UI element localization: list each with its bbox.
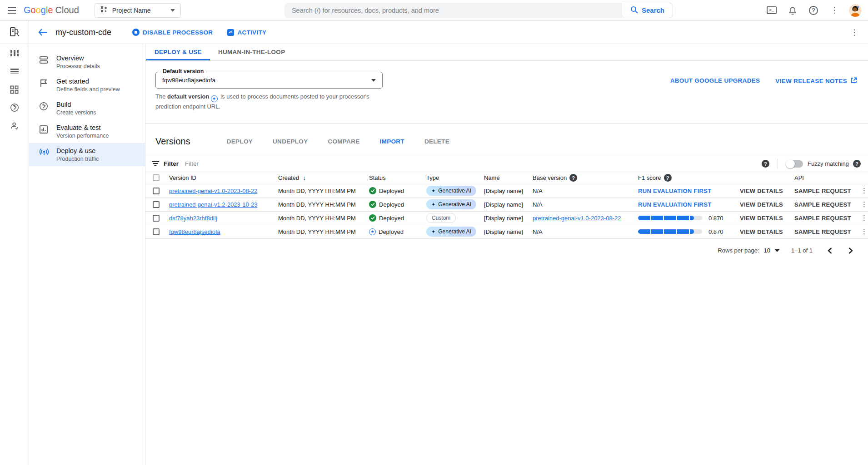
sample-request-button[interactable]: SAMPLE REQUEST [794, 201, 851, 208]
rows-per-page-select[interactable]: Rows per page: 10 [718, 247, 779, 254]
tab-human-in-the-loop[interactable]: HUMAN-IN-THE-LOOP [210, 44, 294, 60]
tab-deploy-and-use[interactable]: DEPLOY & USE [146, 44, 210, 60]
undeploy-button[interactable]: UNDEPLOY [269, 135, 311, 148]
row-checkbox[interactable] [153, 228, 160, 235]
sample-request-button[interactable]: SAMPLE REQUEST [794, 215, 851, 222]
row-checkbox[interactable] [153, 188, 160, 194]
f1-score-cell: 0.870 [638, 215, 736, 222]
rail-workbench-icon[interactable] [0, 80, 29, 99]
import-button[interactable]: IMPORT [376, 135, 408, 148]
user-avatar[interactable] [849, 4, 862, 17]
project-name-label: Project Name [112, 7, 166, 14]
filter-input[interactable]: Filter [185, 160, 762, 167]
sidebar-item-get-started[interactable]: Get started Define fields and preview [29, 74, 145, 97]
row-checkbox[interactable] [153, 215, 160, 222]
type-label: Generative AI [438, 188, 471, 194]
header-more-options-icon[interactable]: ⋮ [849, 27, 860, 38]
row-more-options-icon[interactable]: ⋮ [859, 214, 868, 222]
filter-help-icon[interactable]: ? [762, 160, 769, 168]
search-box[interactable] [284, 3, 622, 18]
base-version-help-icon[interactable]: ? [569, 174, 577, 182]
view-details-button[interactable]: VIEW DETAILS [740, 228, 783, 235]
activity-icon [227, 29, 234, 36]
sidebar-item-label: Evaluate & test [56, 124, 109, 131]
deploy-button[interactable]: DEPLOY [223, 135, 256, 148]
default-version-select[interactable]: Default version fqw98eur8ajsediofa [155, 72, 383, 89]
search-button[interactable]: Search [622, 3, 673, 18]
compare-button[interactable]: COMPARE [324, 135, 363, 148]
default-version-label: Default version [160, 68, 206, 74]
delete-button[interactable]: DELETE [421, 135, 453, 148]
toggle-knob [786, 159, 795, 168]
name-cell: [Display name] [480, 188, 529, 194]
view-details-button[interactable]: VIEW DETAILS [740, 188, 783, 194]
logo-letter: o [31, 5, 36, 15]
row-checkbox[interactable] [153, 201, 160, 208]
select-all-checkbox[interactable] [153, 174, 160, 181]
column-created[interactable]: Created↓ [274, 174, 365, 182]
f1-help-icon[interactable]: ? [664, 174, 672, 182]
row-more-options-icon[interactable]: ⋮ [859, 200, 868, 208]
notifications-bell-icon[interactable] [787, 5, 798, 16]
rail-dashboard-icon[interactable] [0, 44, 29, 62]
version-id-link[interactable]: pretrained-genai-v1.0-2023-08-22 [169, 188, 257, 194]
activity-button[interactable]: ACTIVITY [222, 26, 272, 39]
run-evaluation-first-link[interactable]: RUN EVALUATION FIRST [638, 188, 712, 194]
rail-admin-icon[interactable] [0, 117, 29, 135]
version-id-link[interactable]: dsf78yah23rhf8dilj [169, 215, 217, 222]
column-api[interactable]: API [791, 174, 855, 181]
sidebar-item-label: Overview [56, 54, 100, 62]
filter-icon [152, 160, 159, 168]
version-id-link[interactable]: pretrained-genai-v1.2-2023-10-23 [169, 201, 257, 208]
document-ai-icon[interactable] [0, 21, 29, 44]
deployed-check-icon [369, 187, 376, 194]
help-icon[interactable]: ? [808, 5, 819, 16]
upgrade-links: ABOUT GOOGLE UPGRADES VIEW RELEASE NOTES [670, 72, 857, 111]
back-arrow-icon[interactable] [35, 25, 50, 40]
column-status[interactable]: Status [365, 174, 423, 181]
f1-score-value: 0.870 [708, 215, 723, 222]
row-more-options-icon[interactable]: ⋮ [859, 228, 868, 236]
page-range-label: 1–1 of 1 [791, 247, 813, 254]
sidebar-item-build[interactable]: Build Create versions [29, 97, 145, 120]
column-type[interactable]: Type [423, 174, 480, 181]
sample-request-button[interactable]: SAMPLE REQUEST [794, 188, 851, 194]
fuzzy-help-icon[interactable]: ? [853, 160, 861, 168]
flag-icon [39, 79, 49, 89]
column-base-version[interactable]: Base version? [529, 174, 634, 182]
logo-letter: e [48, 5, 53, 15]
about-google-upgrades-link[interactable]: ABOUT GOOGLE UPGRADES [670, 77, 760, 84]
type-badge-generative-ai: ✦Generative AI [426, 186, 476, 196]
sidebar-item-sublabel: Processor details [56, 63, 100, 69]
sidebar-item-label: Get started [56, 78, 120, 85]
previous-page-icon[interactable] [824, 245, 835, 256]
column-f1-score[interactable]: F1 score? [634, 174, 736, 182]
project-selector[interactable]: Project Name [95, 3, 181, 18]
sample-request-button[interactable]: SAMPLE REQUEST [794, 228, 851, 235]
sidebar-item-deploy-use[interactable]: Deploy & use Production traffic [29, 143, 145, 166]
more-options-icon[interactable]: ⋮ [829, 5, 840, 16]
search-input[interactable] [292, 7, 614, 14]
next-page-icon[interactable] [845, 245, 856, 256]
rail-table-icon[interactable] [0, 62, 29, 80]
sidebar-item-overview[interactable]: Overview Processor details [29, 50, 145, 74]
version-id-link[interactable]: fqw98eur8ajsediofa [169, 228, 220, 235]
cloud-shell-icon[interactable]: >_ [766, 5, 777, 16]
versions-toolbar: Versions DEPLOY UNDEPLOY COMPARE IMPORT … [145, 124, 868, 156]
disable-processor-button[interactable]: DISABLE PROCESSOR [127, 26, 218, 39]
view-details-button[interactable]: VIEW DETAILS [740, 215, 783, 222]
row-more-options-icon[interactable]: ⋮ [859, 187, 868, 195]
column-version-id[interactable]: Version ID [165, 174, 274, 181]
status-label: Deployed [379, 215, 404, 222]
rail-tools-icon[interactable] [0, 99, 29, 117]
view-details-button[interactable]: VIEW DETAILS [740, 201, 783, 208]
sidebar-item-evaluate-test[interactable]: Evaluate & test Version performance [29, 120, 145, 143]
base-version-cell: N/A [529, 228, 634, 235]
column-name[interactable]: Name [480, 174, 529, 181]
fuzzy-matching-toggle[interactable] [786, 160, 803, 168]
hamburger-menu-icon[interactable] [0, 0, 24, 21]
view-release-notes-link[interactable]: VIEW RELEASE NOTES [775, 77, 857, 85]
base-version-link[interactable]: pretrained-genai-v1.0-2023-08-22 [533, 215, 621, 222]
run-evaluation-first-link[interactable]: RUN EVALUATION FIRST [638, 201, 712, 208]
disable-processor-label: DISABLE PROCESSOR [143, 29, 213, 36]
